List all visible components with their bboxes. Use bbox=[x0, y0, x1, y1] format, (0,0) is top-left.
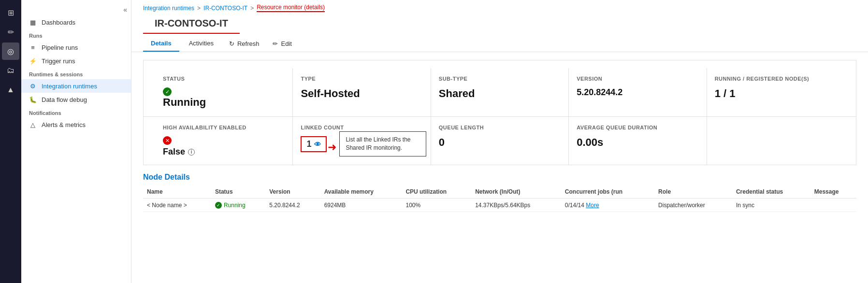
col-status: Status bbox=[211, 185, 265, 198]
card-running-label: RUNNING / REGISTERED NODE(S) bbox=[715, 76, 837, 82]
card-avg-queue-duration: AVERAGE QUEUE DURATION 0.00s bbox=[569, 117, 707, 165]
card-running-registered: RUNNING / REGISTERED NODE(S) 1 / 1 bbox=[707, 68, 844, 116]
pipeline-runs-label: Pipeline runs bbox=[42, 44, 78, 51]
col-cpu: CPU utilization bbox=[402, 185, 471, 198]
card-queue-value: 0 bbox=[439, 136, 561, 149]
callout-arrow: ➜ bbox=[328, 141, 336, 154]
card-type-label: TYPE bbox=[301, 76, 422, 82]
tabs-bar: Details Activities ↻ Refresh ✏ Edit bbox=[131, 36, 868, 52]
edit-pencil-icon: ✏ bbox=[273, 40, 278, 47]
table-row: < Node name > ✓ Running 5.20.8244.2 6924… bbox=[143, 198, 856, 212]
refresh-label: Refresh bbox=[237, 40, 260, 47]
node-details-table: Name Status Version Available memory CPU… bbox=[143, 185, 856, 212]
integration-runtimes-icon: ⚙ bbox=[29, 82, 37, 90]
col-name: Name bbox=[143, 185, 211, 198]
sidebar-item-alerts[interactable]: △ Alerts & metrics bbox=[21, 118, 131, 131]
home-icon[interactable]: ⊞ bbox=[2, 4, 19, 21]
main-content: Integration runtimes > IR-CONTOSO-IT > R… bbox=[131, 0, 868, 283]
col-version: Version bbox=[265, 185, 320, 198]
card-status-label: STATUS bbox=[163, 76, 285, 82]
col-concurrent: Concurrent jobs (run bbox=[561, 185, 654, 198]
edit-label: Edit bbox=[281, 40, 291, 47]
card-spacer bbox=[707, 117, 844, 165]
sidebar-item-pipeline-runs[interactable]: ≡ Pipeline runs bbox=[21, 41, 131, 54]
manage-icon[interactable]: 🗂 bbox=[2, 62, 19, 79]
data-flow-debug-label: Data flow debug bbox=[42, 96, 87, 103]
breadcrumb-integration-runtimes[interactable]: Integration runtimes bbox=[143, 5, 194, 12]
tab-activities[interactable]: Activities bbox=[181, 36, 221, 52]
edit-icon[interactable]: ✏ bbox=[2, 23, 19, 41]
status-check-icon: ✓ bbox=[163, 87, 172, 96]
data-flow-debug-icon: 🐛 bbox=[29, 96, 37, 103]
refresh-icon: ↻ bbox=[229, 40, 234, 47]
linked-count-value: 1 👁 bbox=[301, 136, 327, 152]
collapse-sidebar-button[interactable]: « bbox=[123, 6, 127, 14]
card-type: TYPE Self-Hosted bbox=[293, 68, 431, 116]
cell-node-concurrent: 0/14/14 More bbox=[561, 198, 654, 212]
alerts-label: Alerts & metrics bbox=[42, 121, 86, 128]
sidebar-item-dashboards[interactable]: ▦ Dashboards bbox=[21, 15, 131, 29]
refresh-button[interactable]: ↻ Refresh bbox=[223, 37, 265, 50]
dashboards-label: Dashboards bbox=[42, 19, 75, 26]
eye-icon[interactable]: 👁 bbox=[314, 141, 321, 148]
card-linked-label: LINKED COUNT bbox=[301, 125, 422, 130]
runtimes-section-label: Runtimes & sessions bbox=[21, 68, 131, 79]
callout-tooltip: List all the Linked IRs the Shared IR mo… bbox=[339, 131, 426, 156]
integration-runtimes-label: Integration runtimes bbox=[42, 83, 97, 90]
card-ha-label: HIGH AVAILABILITY ENABLED bbox=[163, 125, 285, 130]
col-credential: Credential status bbox=[732, 185, 810, 198]
cards-row-1: STATUS ✓ Running TYPE Self-Hosted SUB-TY… bbox=[143, 60, 856, 117]
card-ha-value: False i bbox=[163, 147, 285, 157]
more-link[interactable]: More bbox=[586, 202, 599, 209]
cell-node-cpu: 100% bbox=[402, 198, 471, 212]
sidebar-item-trigger-runs[interactable]: ⚡ Trigger runs bbox=[21, 54, 131, 68]
card-queue-label: QUEUE LENGTH bbox=[439, 125, 561, 130]
deploy-icon[interactable]: ▲ bbox=[2, 81, 19, 99]
col-network: Network (In/Out) bbox=[471, 185, 561, 198]
sidebar: « ▦ Dashboards Runs ≡ Pipeline runs ⚡ Tr… bbox=[21, 0, 131, 283]
linked-count-number: 1 bbox=[306, 139, 311, 149]
notifications-section-label: Notifications bbox=[21, 106, 131, 118]
card-queue-length: QUEUE LENGTH 0 bbox=[431, 117, 569, 165]
cell-node-role: Dispatcher/worker bbox=[654, 198, 732, 212]
col-role: Role bbox=[654, 185, 732, 198]
monitor-icon[interactable]: ◎ bbox=[2, 42, 19, 60]
node-details-title: Node Details bbox=[143, 173, 856, 182]
node-details-section: Node Details Name Status Version Availab… bbox=[143, 173, 856, 212]
sidebar-item-data-flow-debug[interactable]: 🐛 Data flow debug bbox=[21, 93, 131, 106]
cell-node-name: < Node name > bbox=[143, 198, 211, 212]
card-subtype-value: Shared bbox=[439, 87, 561, 100]
card-status: STATUS ✓ Running bbox=[155, 68, 293, 116]
card-subtype-label: SUB-TYPE bbox=[439, 76, 561, 82]
trigger-runs-icon: ⚡ bbox=[29, 57, 37, 65]
running-badge: ✓ Running bbox=[215, 202, 246, 209]
cell-node-message bbox=[810, 198, 856, 212]
alerts-icon: △ bbox=[29, 121, 37, 128]
card-avg-queue-label: AVERAGE QUEUE DURATION bbox=[577, 125, 698, 130]
card-version-label: VERSION bbox=[577, 76, 698, 82]
callout-text: List all the Linked IRs the Shared IR mo… bbox=[346, 136, 410, 151]
false-info-icon[interactable]: i bbox=[188, 149, 195, 156]
breadcrumb-sep1: > bbox=[197, 5, 201, 12]
sidebar-item-integration-runtimes[interactable]: ⚙ Integration runtimes bbox=[21, 79, 131, 93]
card-version-value: 5.20.8244.2 bbox=[577, 87, 698, 98]
runs-section-label: Runs bbox=[21, 29, 131, 41]
cell-node-status: ✓ Running bbox=[211, 198, 265, 212]
card-avg-queue-value: 0.00s bbox=[577, 136, 698, 149]
icon-bar: ⊞ ✏ ◎ 🗂 ▲ bbox=[0, 0, 21, 283]
cell-node-memory: 6924MB bbox=[320, 198, 402, 212]
breadcrumb-sep2: > bbox=[250, 5, 254, 12]
card-type-value: Self-Hosted bbox=[301, 87, 422, 100]
col-memory: Available memory bbox=[320, 185, 402, 198]
cell-node-version: 5.20.8244.2 bbox=[265, 198, 320, 212]
tab-details[interactable]: Details bbox=[143, 36, 179, 52]
edit-button[interactable]: ✏ Edit bbox=[267, 37, 297, 50]
running-label: Running bbox=[224, 202, 246, 209]
running-check-icon: ✓ bbox=[215, 202, 222, 209]
ha-x-icon: ✕ bbox=[163, 136, 172, 145]
breadcrumb-ir-contoso[interactable]: IR-CONTOSO-IT bbox=[203, 5, 247, 12]
pipeline-runs-icon: ≡ bbox=[29, 43, 37, 51]
breadcrumb-current: Resource monitor (details) bbox=[257, 4, 325, 12]
card-subtype: SUB-TYPE Shared bbox=[431, 68, 569, 116]
card-version: VERSION 5.20.8244.2 bbox=[569, 68, 707, 116]
